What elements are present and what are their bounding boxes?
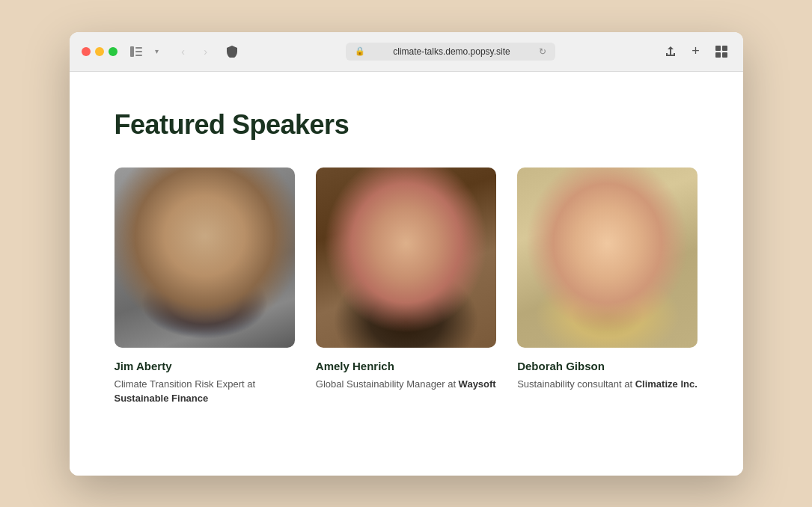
back-button[interactable]: ‹ bbox=[173, 41, 194, 62]
speaker-bio: Global Sustainability Manager at Waysoft bbox=[316, 377, 496, 392]
lock-icon: 🔒 bbox=[355, 46, 365, 56]
svg-rect-4 bbox=[715, 46, 721, 51]
speaker-name: Deborah Gibson bbox=[517, 360, 697, 372]
svg-rect-1 bbox=[135, 47, 142, 49]
speakers-grid: Jim Aberty Climate Transition Risk Exper… bbox=[115, 168, 698, 406]
browser-window: ▾ ‹ › 🔒 climate-talks.demo.popsy.site ↻ bbox=[70, 32, 743, 476]
svg-rect-2 bbox=[135, 51, 142, 52]
address-bar[interactable]: 🔒 climate-talks.demo.popsy.site ↻ bbox=[346, 43, 555, 61]
maximize-button[interactable] bbox=[109, 47, 117, 56]
speaker-card: Amely Henrich Global Sustainability Mana… bbox=[316, 168, 496, 406]
sidebar-icon bbox=[128, 43, 144, 60]
speaker-name: Jim Aberty bbox=[115, 360, 295, 372]
toolbar-right: + bbox=[661, 42, 731, 61]
speaker-bio: Sustainability consultant at Climatize I… bbox=[517, 377, 697, 392]
svg-rect-7 bbox=[722, 52, 727, 58]
share-button[interactable] bbox=[661, 42, 680, 61]
refresh-icon[interactable]: ↻ bbox=[539, 46, 546, 57]
svg-rect-5 bbox=[722, 46, 727, 51]
page-content: Featured Speakers Jim Aberty Climate Tra… bbox=[70, 72, 743, 476]
sidebar-toggle[interactable]: ▾ bbox=[128, 43, 165, 60]
speaker-photo-3 bbox=[517, 168, 697, 348]
traffic-lights bbox=[82, 47, 117, 56]
forward-button[interactable]: › bbox=[195, 41, 216, 62]
section-title: Featured Speakers bbox=[115, 109, 698, 141]
speaker-card: Jim Aberty Climate Transition Risk Exper… bbox=[115, 168, 295, 406]
browser-toolbar: ▾ ‹ › 🔒 climate-talks.demo.popsy.site ↻ bbox=[70, 32, 743, 72]
new-tab-button[interactable]: + bbox=[686, 42, 706, 61]
shield-icon bbox=[224, 43, 240, 60]
svg-rect-3 bbox=[135, 55, 142, 56]
url-display: climate-talks.demo.popsy.site bbox=[370, 46, 534, 57]
speaker-photo-1 bbox=[115, 168, 295, 348]
nav-buttons: ‹ › bbox=[173, 41, 216, 62]
speaker-name: Amely Henrich bbox=[316, 360, 496, 372]
speaker-photo-2 bbox=[316, 168, 496, 348]
speaker-card: Deborah Gibson Sustainability consultant… bbox=[517, 168, 697, 406]
svg-rect-6 bbox=[715, 52, 721, 58]
speaker-bio: Climate Transition Risk Expert at Sustai… bbox=[115, 377, 295, 406]
grid-view-button[interactable] bbox=[712, 42, 731, 61]
address-bar-container: 🔒 climate-talks.demo.popsy.site ↻ bbox=[248, 43, 653, 61]
svg-rect-0 bbox=[130, 46, 134, 57]
chevron-down-icon: ▾ bbox=[149, 43, 165, 60]
close-button[interactable] bbox=[82, 47, 91, 56]
minimize-button[interactable] bbox=[95, 47, 104, 56]
